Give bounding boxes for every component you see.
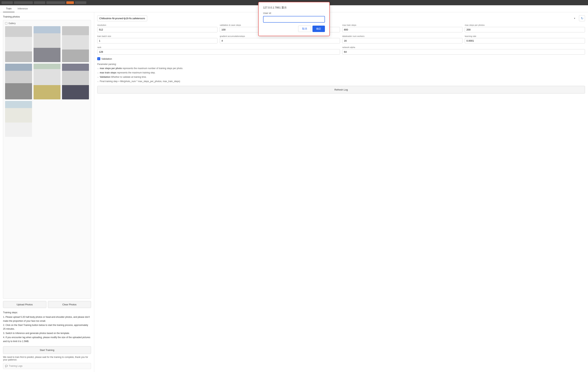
- modal-dialog: 127.0.0.1:7861 显示 User id: 取消 确定: [258, 2, 330, 36]
- modal-confirm-button[interactable]: 确定: [313, 26, 325, 32]
- modal-title: 127.0.0.1:7861 显示: [263, 6, 325, 10]
- modal-buttons: 取消 确定: [263, 26, 325, 32]
- modal-user-id-label: User id:: [263, 12, 325, 14]
- modal-overlay: 127.0.0.1:7861 显示 User id: 取消 确定: [0, 0, 588, 372]
- modal-user-id-input[interactable]: [263, 16, 325, 23]
- modal-cancel-button[interactable]: 取消: [298, 26, 311, 32]
